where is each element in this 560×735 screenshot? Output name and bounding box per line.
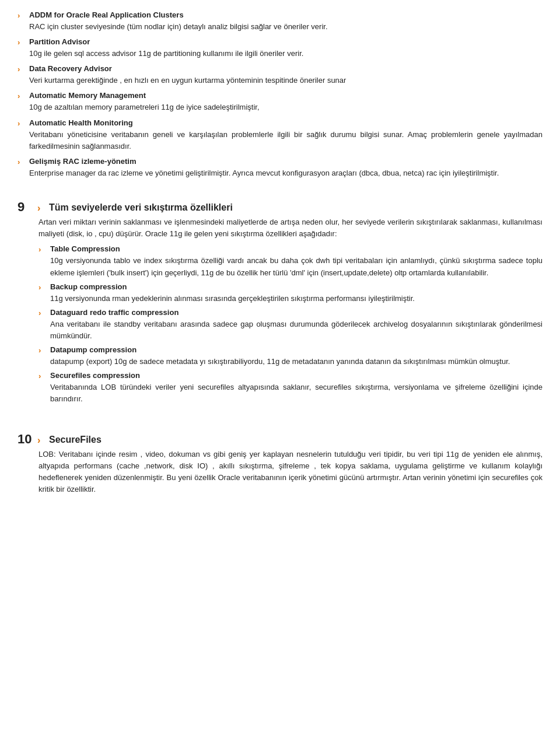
arrow-icon-amm: › (18, 92, 26, 100)
subsection-partition-title: Partition Advisor (29, 37, 90, 46)
subsection-dp-header: › Datapump compression (38, 345, 542, 355)
subsection-amm: › Automatic Memory Management 10g de aza… (18, 91, 542, 113)
arrow-icon-sf: › (38, 372, 47, 380)
subsection-backup-compression: › Backup compression 11g versiyonunda rm… (38, 282, 542, 304)
subsection-sf-header: › Securefiles compression (38, 371, 542, 380)
arrow-icon-bc: › (38, 283, 47, 292)
section-9: 9 › Tüm seviyelerde veri sıkıştırma özel… (18, 200, 542, 405)
subsection-dg-header: › Dataguard redo traffic compression (38, 308, 542, 317)
subsection-table-compression: › Table Compression 10g versiyonunda tab… (38, 244, 542, 278)
subsection-rac-header: › Gelişmiş RAC izleme-yönetim (18, 157, 542, 166)
subsection-sf-title: Securefiles compression (50, 371, 140, 380)
arrow-icon-addm: › (18, 11, 26, 20)
subsection-dg-body: Ana veritabanı ile standby veritabanı ar… (38, 318, 542, 342)
section-9-title: Tüm seviyelerde veri sıkıştırma özellikl… (49, 202, 233, 213)
section-10-header: 10 › SecureFiles (18, 432, 542, 446)
arrow-icon-dra: › (18, 65, 26, 74)
section-9-intro: Artan veri miktarı verinin saklanması ve… (38, 216, 542, 240)
subsection-rac: › Gelişmiş RAC izleme-yönetim Enterprise… (18, 157, 542, 179)
subsection-amm-body: 10g de azaltılan memory parametreleri 11… (18, 102, 542, 113)
subsection-dataguard-compression: › Dataguard redo traffic compression Ana… (38, 308, 542, 342)
subsection-dp-body: datapump (export) 10g de sadece metadata… (38, 356, 542, 368)
arrow-icon-partition: › (18, 38, 26, 47)
arrow-icon-tc: › (38, 245, 47, 254)
subsection-dg-title: Dataguard redo traffic compression (50, 308, 178, 317)
subsection-ahm-header: › Automatic Health Monitoring (18, 118, 542, 128)
subsection-ahm-body: Veritabanı yöneticisine veritabanın gene… (18, 129, 542, 152)
subsection-bc-title: Backup compression (50, 282, 127, 291)
subsection-tc-header: › Table Compression (38, 244, 542, 254)
subsection-addm-body: RAC için cluster seviyesinde (tüm nodlar… (18, 21, 542, 33)
subsection-tc-title: Table Compression (50, 244, 120, 253)
subsection-dra-title: Data Recovery Advisor (29, 64, 112, 73)
subsection-partition: › Partition Advisor 10g ile gelen sql ac… (18, 37, 542, 60)
subsection-amm-title: Automatic Memory Management (29, 91, 146, 100)
subsection-ahm: › Automatic Health Monitoring Veritabanı… (18, 118, 542, 152)
section-10-arrow-icon: › (37, 435, 46, 446)
subsection-addm-header: › ADDM for Oracle Real Application Clust… (18, 10, 542, 20)
arrow-icon-rac: › (18, 158, 26, 166)
subsection-partition-body: 10g ile gelen sql access advisor 11g de … (18, 48, 542, 60)
subsection-tc-body: 10g versiyonunda tablo ve index sıkıştır… (38, 255, 542, 278)
subsection-dra-body: Veri kurtarma gerektiğinde , en hızlı en… (18, 75, 542, 86)
arrow-icon-ahm: › (18, 119, 26, 128)
section-9-number: 9 (18, 200, 34, 214)
subsection-partition-header: › Partition Advisor (18, 37, 542, 47)
subsection-amm-header: › Automatic Memory Management (18, 91, 542, 100)
subsection-bc-body: 11g versiyonunda rman yedeklerinin alınm… (38, 293, 542, 304)
subsection-dra-header: › Data Recovery Advisor (18, 64, 542, 74)
section-9-arrow-icon: › (37, 203, 46, 214)
subsection-rac-title: Gelişmiş RAC izleme-yönetim (29, 157, 136, 166)
subsection-datapump-compression: › Datapump compression datapump (export)… (38, 345, 542, 368)
subsection-addm-title: ADDM for Oracle Real Application Cluster… (29, 10, 184, 19)
section-10-title: SecureFiles (49, 435, 102, 445)
section-9-header: 9 › Tüm seviyelerde veri sıkıştırma özel… (18, 200, 542, 214)
subsection-bc-header: › Backup compression (38, 282, 542, 292)
arrow-icon-dg: › (38, 309, 47, 317)
section-10-number: 10 (18, 432, 34, 446)
subsection-securefiles-compression: › Securefiles compression Veritabanında … (38, 371, 542, 405)
subsection-dra: › Data Recovery Advisor Veri kurtarma ge… (18, 64, 542, 86)
top-section: › ADDM for Oracle Real Application Clust… (18, 10, 542, 179)
subsection-dp-title: Datapump compression (50, 345, 136, 354)
arrow-icon-dp: › (38, 346, 47, 355)
subsection-rac-body: Enterprise manager da rac izleme ve yöne… (18, 167, 542, 179)
section-10-body: LOB: Veritabanı içinde resim , video, do… (18, 449, 542, 496)
subsection-ahm-title: Automatic Health Monitoring (29, 118, 133, 127)
subsection-addm: › ADDM for Oracle Real Application Clust… (18, 10, 542, 33)
subsection-sf-body: Veritabanında LOB türündeki veriler yeni… (38, 382, 542, 405)
section-10: 10 › SecureFiles LOB: Veritabanı içinde … (18, 432, 542, 496)
